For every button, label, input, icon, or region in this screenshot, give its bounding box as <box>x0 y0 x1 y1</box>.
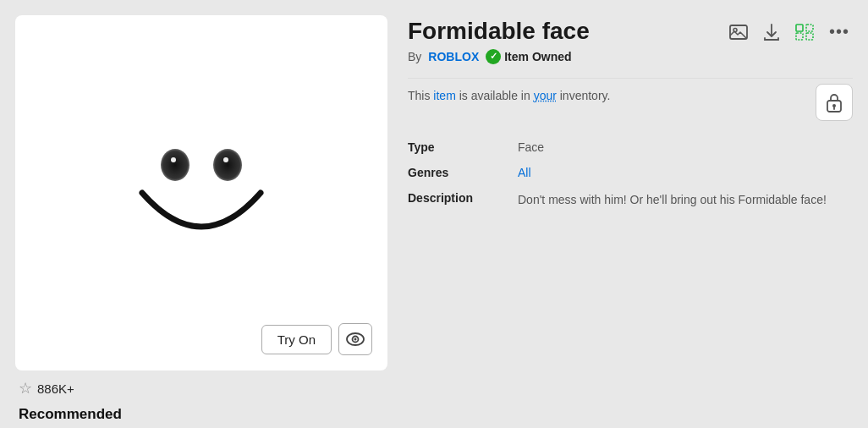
configure-icon-button[interactable] <box>792 22 817 42</box>
divider <box>408 78 853 79</box>
eye-icon <box>346 332 365 346</box>
item-title: Formidable face <box>408 17 590 46</box>
availability-text-mid: is available in <box>456 89 534 102</box>
svg-point-2 <box>354 338 357 341</box>
owned-badge: ✓ Item Owned <box>486 49 571 64</box>
face-illustration <box>117 108 286 277</box>
favorites-count: 886K+ <box>37 381 74 396</box>
lock-button[interactable] <box>816 84 853 121</box>
availability-your-link[interactable]: your <box>534 89 557 102</box>
svg-rect-8 <box>806 33 813 40</box>
image-icon-button[interactable] <box>726 22 751 42</box>
type-value: Face <box>518 134 853 160</box>
preview-eye-button[interactable] <box>338 323 372 355</box>
favorites-row: ☆ 886K+ <box>15 379 387 398</box>
description-value: Don't mess with him! Or he'll bring out … <box>518 185 853 215</box>
check-icon: ✓ <box>486 49 501 64</box>
item-header: Formidable face <box>408 17 853 46</box>
genres-label: Genres <box>408 160 518 185</box>
creator-link[interactable]: ROBLOX <box>428 50 479 63</box>
item-image-box: Try On <box>15 15 387 370</box>
left-eye <box>161 149 190 181</box>
face-smile <box>134 184 269 261</box>
svg-rect-7 <box>796 33 803 40</box>
owned-text: Item Owned <box>504 50 571 63</box>
star-icon[interactable]: ☆ <box>19 379 32 398</box>
download-icon-button[interactable] <box>760 21 783 43</box>
availability-item-link[interactable]: item <box>433 89 455 102</box>
details-table: Type Face Genres All Description Don't m… <box>408 134 853 215</box>
left-panel: Try On ☆ 886K+ Recommended <box>15 15 387 428</box>
configure-icon <box>795 24 814 41</box>
download-icon <box>763 23 780 41</box>
lock-icon <box>825 92 843 112</box>
by-label: By <box>408 50 421 63</box>
more-icon: ••• <box>829 22 849 41</box>
image-bottom-actions: Try On <box>261 323 372 355</box>
svg-rect-5 <box>796 25 803 31</box>
right-eye-dot <box>223 157 228 162</box>
svg-rect-6 <box>806 25 813 31</box>
more-options-button[interactable]: ••• <box>826 20 853 43</box>
image-icon <box>729 24 748 41</box>
left-eye-dot <box>171 157 176 162</box>
availability-row: This item is available in your inventory… <box>408 87 853 121</box>
genres-value: All <box>518 160 853 185</box>
right-panel: Formidable face <box>408 15 853 428</box>
by-row: By ROBLOX ✓ Item Owned <box>408 49 853 64</box>
try-on-button[interactable]: Try On <box>261 325 332 354</box>
availability-text-pre: This <box>408 89 433 102</box>
face-eyes <box>161 149 242 181</box>
description-label: Description <box>408 185 518 215</box>
recommended-label: Recommended <box>15 406 387 423</box>
availability-text: This item is available in your inventory… <box>408 87 805 105</box>
type-label: Type <box>408 134 518 160</box>
header-actions: ••• <box>726 17 853 43</box>
availability-text-post: inventory. <box>557 89 611 102</box>
right-eye <box>213 149 242 181</box>
